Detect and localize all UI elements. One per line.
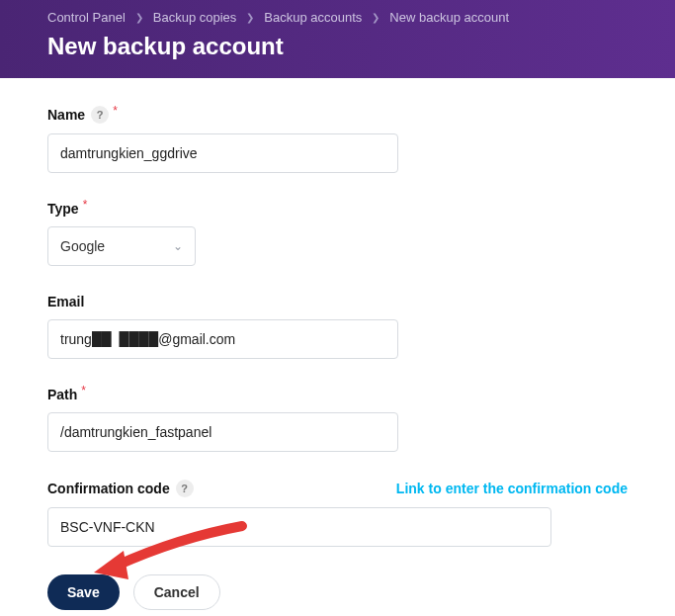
form-group-email: Email [47, 294, 628, 359]
email-input[interactable] [47, 319, 398, 359]
type-select-value: Google [60, 238, 105, 254]
button-row: Save Cancel [47, 574, 628, 610]
form-group-path: Path * [47, 387, 628, 452]
form-container: Name ? * Type * Google ⌄ Email Path * [0, 78, 675, 616]
confirmation-input[interactable] [47, 507, 551, 547]
required-indicator: * [81, 384, 86, 397]
breadcrumb: Control Panel ❯ Backup copies ❯ Backup a… [47, 10, 655, 25]
form-group-type: Type * Google ⌄ [47, 201, 628, 266]
required-indicator: * [113, 104, 118, 118]
chevron-right-icon: ❯ [135, 12, 143, 23]
chevron-right-icon: ❯ [372, 12, 380, 23]
breadcrumb-new-backup-account[interactable]: New backup account [389, 10, 509, 25]
email-label: Email [47, 294, 84, 309]
form-group-name: Name ? * [47, 106, 628, 173]
breadcrumb-backup-accounts[interactable]: Backup accounts [264, 10, 362, 25]
confirmation-link[interactable]: Link to enter the confirmation code [396, 481, 628, 496]
required-indicator: * [83, 198, 88, 212]
type-select[interactable]: Google ⌄ [47, 226, 196, 266]
help-icon[interactable]: ? [176, 480, 194, 497]
confirmation-label: Confirmation code [47, 481, 170, 496]
breadcrumb-backup-copies[interactable]: Backup copies [153, 10, 237, 25]
help-icon[interactable]: ? [91, 106, 109, 124]
type-label: Type [47, 201, 79, 217]
chevron-right-icon: ❯ [246, 12, 254, 23]
path-input[interactable] [47, 412, 398, 452]
page-title: New backup account [47, 33, 655, 60]
breadcrumb-control-panel[interactable]: Control Panel [47, 10, 126, 25]
name-label: Name [47, 107, 85, 123]
cancel-button[interactable]: Cancel [133, 574, 220, 610]
chevron-down-icon: ⌄ [173, 239, 183, 253]
name-input[interactable] [47, 133, 398, 173]
save-button[interactable]: Save [47, 574, 120, 610]
form-group-confirmation: Confirmation code ? Link to enter the co… [47, 480, 628, 547]
path-label: Path [47, 387, 77, 402]
page-header: Control Panel ❯ Backup copies ❯ Backup a… [0, 0, 675, 78]
